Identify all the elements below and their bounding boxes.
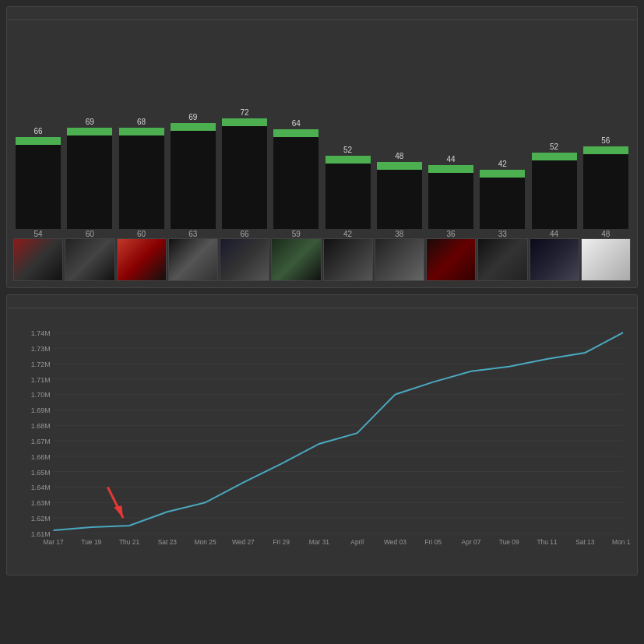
album-image-6 <box>323 238 373 281</box>
album-image-1 <box>65 238 114 281</box>
svg-text:April: April <box>350 538 364 546</box>
black-bar-2 <box>119 135 164 229</box>
album-col-7: 4838 <box>375 153 424 238</box>
bar-top-label-5: 64 <box>292 120 301 128</box>
green-bar-7 <box>377 162 422 170</box>
album-images-row <box>7 238 637 287</box>
followers-panel: 1.74M1.73M1.72M1.71M1.70M1.69M1.68M1.67M… <box>6 294 638 575</box>
black-bar-4 <box>222 126 267 229</box>
black-bar-10 <box>532 160 577 229</box>
green-bar-11 <box>583 146 628 154</box>
green-bar-10 <box>532 153 577 160</box>
svg-text:Wed 03: Wed 03 <box>384 538 406 546</box>
albums-chart-title <box>7 7 637 20</box>
black-bar-3 <box>171 131 216 229</box>
bar-bottom-label-9: 33 <box>498 231 507 238</box>
followers-line-chart: 1.74M1.73M1.72M1.71M1.70M1.69M1.68M1.67M… <box>13 316 631 565</box>
svg-text:1.72M: 1.72M <box>31 361 51 368</box>
black-bar-1 <box>67 135 112 229</box>
svg-text:1.73M: 1.73M <box>31 345 51 353</box>
album-image-10 <box>530 238 579 281</box>
svg-text:Mon 15: Mon 15 <box>612 538 631 546</box>
svg-text:1.67M: 1.67M <box>31 438 51 445</box>
svg-text:1.64M: 1.64M <box>31 484 51 491</box>
bar-bottom-label-6: 42 <box>343 231 352 238</box>
album-image-2 <box>117 238 167 281</box>
svg-text:1.63M: 1.63M <box>31 499 51 507</box>
bar-bottom-label-5: 59 <box>292 231 301 238</box>
album-col-1: 6960 <box>65 118 114 238</box>
black-bar-7 <box>377 170 422 229</box>
album-col-3: 6963 <box>168 114 218 238</box>
green-bar-8 <box>428 165 473 173</box>
album-image-8 <box>426 238 476 281</box>
bar-top-label-7: 48 <box>395 153 403 160</box>
album-col-0: 6654 <box>13 128 63 238</box>
bar-bottom-label-3: 63 <box>188 231 197 238</box>
albums-bar-chart: 6654696068606963726664595242483844364233… <box>7 20 637 238</box>
svg-text:1.71M: 1.71M <box>31 376 51 384</box>
bar-top-label-1: 69 <box>86 118 94 126</box>
album-image-5 <box>271 238 321 281</box>
bar-bottom-label-10: 44 <box>550 231 558 238</box>
bar-top-label-9: 42 <box>498 160 507 168</box>
bar-top-label-8: 44 <box>447 156 456 164</box>
svg-text:1.68M: 1.68M <box>31 422 51 430</box>
album-image-7 <box>375 238 424 281</box>
black-bar-9 <box>480 178 525 229</box>
bar-top-label-3: 69 <box>188 114 197 121</box>
album-col-10: 5244 <box>530 143 579 238</box>
svg-text:Tue 19: Tue 19 <box>81 538 101 546</box>
svg-text:Thu 11: Thu 11 <box>537 538 557 546</box>
bar-top-label-6: 52 <box>343 146 352 154</box>
green-bar-2 <box>119 128 164 135</box>
album-image-11 <box>581 238 631 281</box>
green-bar-9 <box>480 170 525 178</box>
black-bar-0 <box>16 145 61 229</box>
bar-bottom-label-8: 36 <box>447 231 456 238</box>
bar-bottom-label-4: 66 <box>241 231 249 238</box>
green-bar-3 <box>171 123 216 131</box>
green-bar-0 <box>16 137 61 145</box>
album-image-9 <box>477 238 527 281</box>
svg-text:Mon 25: Mon 25 <box>195 538 216 546</box>
bar-bottom-label-2: 60 <box>137 231 146 238</box>
album-col-11: 5648 <box>581 137 631 238</box>
green-bar-1 <box>67 128 112 135</box>
svg-text:1.66M: 1.66M <box>31 453 51 461</box>
svg-text:1.61M: 1.61M <box>31 530 51 538</box>
svg-marker-45 <box>114 505 123 518</box>
svg-text:Sat 23: Sat 23 <box>158 538 178 546</box>
svg-text:Wed 27: Wed 27 <box>232 538 255 546</box>
svg-text:Thu 21: Thu 21 <box>119 538 139 546</box>
bar-bottom-label-7: 38 <box>395 231 403 238</box>
album-image-0 <box>13 238 63 281</box>
bar-bottom-label-1: 60 <box>86 231 94 238</box>
svg-text:Sat 13: Sat 13 <box>575 538 595 546</box>
albums-popularity-panel: 6654696068606963726664595242483844364233… <box>6 6 638 288</box>
bar-top-label-11: 56 <box>601 137 610 145</box>
green-bar-4 <box>222 118 267 126</box>
svg-text:Tue 09: Tue 09 <box>499 538 519 546</box>
svg-text:Mar 17: Mar 17 <box>43 538 63 546</box>
svg-text:Fri 05: Fri 05 <box>424 538 442 546</box>
album-image-3 <box>168 238 218 281</box>
svg-text:1.69M: 1.69M <box>31 406 51 414</box>
album-col-4: 7266 <box>220 109 269 238</box>
followers-chart-container: 1.74M1.73M1.72M1.71M1.70M1.69M1.68M1.67M… <box>7 308 637 575</box>
album-col-6: 5242 <box>323 146 373 238</box>
bar-top-label-4: 72 <box>241 109 249 117</box>
album-col-9: 4233 <box>477 160 527 238</box>
album-image-4 <box>220 238 269 281</box>
black-bar-11 <box>583 154 628 229</box>
album-col-8: 4436 <box>426 156 476 238</box>
album-col-5: 6459 <box>271 120 321 238</box>
bar-top-label-10: 52 <box>550 143 558 151</box>
followers-chart-title <box>7 295 637 308</box>
svg-text:1.70M: 1.70M <box>31 391 51 399</box>
svg-text:1.62M: 1.62M <box>31 515 51 523</box>
svg-text:1.65M: 1.65M <box>31 469 51 477</box>
black-bar-8 <box>428 173 473 229</box>
bar-top-label-0: 66 <box>34 128 43 135</box>
bar-bottom-label-0: 54 <box>34 231 43 238</box>
